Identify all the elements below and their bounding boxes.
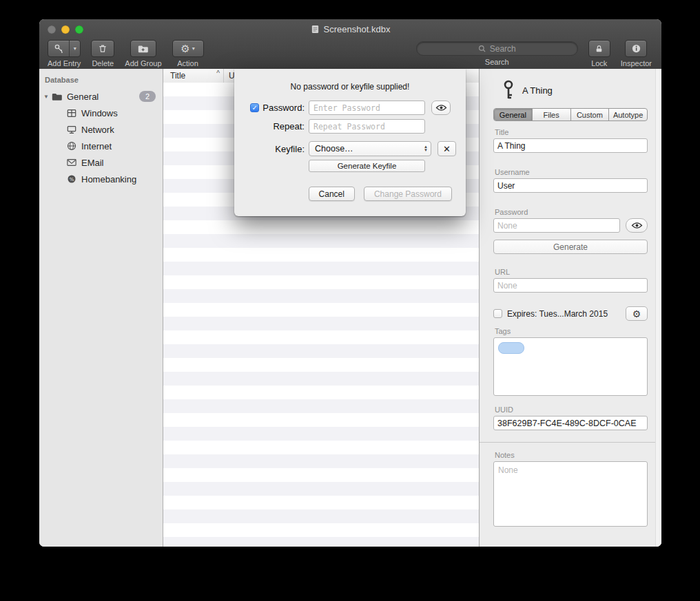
key-plus-icon bbox=[48, 41, 69, 56]
popup-stepper-icon: ▲▼ bbox=[424, 145, 428, 152]
password-field[interactable] bbox=[493, 218, 620, 233]
expires-settings-button[interactable]: ⚙ bbox=[626, 306, 648, 321]
generate-keyfile-button[interactable]: Generate Keyfile bbox=[309, 160, 425, 172]
notes-field[interactable] bbox=[493, 461, 648, 527]
minimize-button[interactable] bbox=[61, 25, 70, 34]
zoom-button[interactable] bbox=[75, 25, 83, 34]
document-icon bbox=[311, 25, 320, 34]
delete-label: Delete bbox=[92, 59, 114, 67]
eye-icon bbox=[631, 222, 643, 229]
keyfile-select[interactable]: Choose… ▲▼ bbox=[309, 141, 431, 156]
search-icon bbox=[478, 45, 486, 53]
entry-count-badge: 2 bbox=[139, 91, 156, 102]
sidebar-item-windows[interactable]: Windows bbox=[39, 105, 163, 121]
dialog-repeat-field[interactable] bbox=[309, 119, 425, 134]
dialog-keyfile-label: Keyfile: bbox=[275, 144, 305, 154]
expires-row: Expires: Tues...March 2015 ⚙ bbox=[493, 306, 648, 321]
add-group-button[interactable] bbox=[130, 40, 156, 57]
sidebar-item-internet[interactable]: Internet bbox=[39, 138, 163, 154]
sidebar-item-label: Windows bbox=[81, 108, 118, 118]
sidebar: Database ▼ General 2 Windows bbox=[39, 69, 163, 547]
close-button[interactable] bbox=[48, 25, 56, 34]
tool-action: ⚙ ▾ Action bbox=[172, 40, 204, 67]
url-label: URL bbox=[495, 268, 648, 276]
dialog-password-label: Password: bbox=[262, 103, 305, 113]
globe-icon bbox=[66, 140, 77, 151]
sidebar-item-email[interactable]: EMail bbox=[39, 154, 163, 171]
expires-label: Expires: Tues...March 2015 bbox=[507, 309, 621, 319]
username-label: Username bbox=[495, 168, 648, 176]
reveal-password-button[interactable] bbox=[626, 218, 648, 233]
lock-icon bbox=[595, 44, 604, 54]
toolbar: ▾ Add Entry Delete Add Group bbox=[39, 39, 661, 69]
tags-field[interactable] bbox=[493, 337, 648, 396]
folder-plus-icon bbox=[138, 44, 149, 54]
clear-keyfile-button[interactable]: ✕ bbox=[438, 141, 456, 156]
entry-title: A Thing bbox=[522, 85, 553, 96]
add-entry-label: Add Entry bbox=[48, 59, 81, 67]
tab-autotype[interactable]: Autotype bbox=[609, 109, 647, 120]
title-field[interactable] bbox=[493, 138, 648, 153]
tab-files[interactable]: Files bbox=[533, 109, 571, 120]
add-entry-button[interactable]: ▾ bbox=[48, 40, 81, 57]
svg-text:%: % bbox=[70, 177, 74, 182]
sort-ascending-icon: ^ bbox=[216, 70, 220, 77]
dialog-password-field[interactable] bbox=[309, 101, 425, 115]
inspector-scrollbar[interactable] bbox=[655, 69, 661, 547]
cancel-button[interactable]: Cancel bbox=[309, 187, 355, 201]
uuid-field[interactable] bbox=[493, 416, 648, 430]
username-field[interactable] bbox=[493, 178, 648, 193]
inspector-button[interactable] bbox=[625, 40, 647, 57]
search-label: Search bbox=[485, 58, 509, 66]
delete-button[interactable] bbox=[91, 40, 114, 57]
sidebar-section-header: Database bbox=[39, 74, 163, 88]
desktop-background: Screenshot.kdbx ▾ Add Entry bbox=[0, 0, 700, 601]
gear-icon: ⚙ bbox=[181, 43, 189, 54]
divider bbox=[480, 442, 661, 443]
gear-icon: ⚙ bbox=[632, 309, 641, 319]
column-header-title[interactable]: Title ^ bbox=[163, 69, 224, 83]
trash-icon bbox=[98, 43, 107, 54]
coin-icon: % bbox=[66, 173, 77, 184]
inspector-panel: A Thing General Files Custom Autotype Ti… bbox=[479, 69, 661, 547]
lock-button[interactable] bbox=[588, 40, 610, 57]
dialog-reveal-password-button[interactable] bbox=[431, 101, 451, 115]
action-button[interactable]: ⚙ ▾ bbox=[172, 40, 204, 57]
password-checkbox[interactable]: ✓ bbox=[250, 103, 259, 112]
search-placeholder: Search bbox=[490, 44, 516, 54]
change-password-button[interactable]: Change Password bbox=[364, 187, 452, 201]
sidebar-item-label: Internet bbox=[81, 141, 112, 151]
add-group-label: Add Group bbox=[125, 59, 161, 67]
sidebar-item-network[interactable]: Network bbox=[39, 121, 163, 138]
search-input[interactable]: Search bbox=[416, 41, 578, 56]
column-title-label: Title bbox=[170, 71, 185, 81]
entry-header: A Thing bbox=[502, 78, 648, 102]
titlebar[interactable]: Screenshot.kdbx bbox=[39, 19, 661, 39]
inspector-tabs: General Files Custom Autotype bbox=[493, 108, 648, 121]
traffic-lights bbox=[48, 25, 83, 34]
action-label: Action bbox=[177, 59, 198, 67]
generate-password-button[interactable]: Generate bbox=[493, 240, 648, 254]
url-field[interactable] bbox=[493, 278, 648, 293]
disclosure-triangle-icon[interactable]: ▼ bbox=[43, 94, 52, 100]
sidebar-item-homebanking[interactable]: % Homebanking bbox=[39, 171, 163, 187]
password-label: Password bbox=[495, 208, 648, 216]
tag-token[interactable] bbox=[498, 342, 524, 354]
add-entry-dropdown[interactable]: ▾ bbox=[69, 41, 80, 56]
tab-custom[interactable]: Custom bbox=[571, 109, 610, 120]
tab-general[interactable]: General bbox=[494, 109, 533, 120]
tool-lock: Lock bbox=[588, 40, 610, 67]
folder-icon bbox=[52, 91, 63, 102]
tool-delete: Delete bbox=[91, 40, 114, 67]
tool-search: Search Search bbox=[416, 40, 578, 66]
expires-checkbox[interactable] bbox=[493, 309, 502, 318]
change-password-dialog: No password or keyfile supplied! ✓ Passw… bbox=[234, 69, 466, 216]
uuid-label: UUID bbox=[495, 405, 648, 414]
chevron-down-icon: ▾ bbox=[192, 45, 195, 52]
notes-label: Notes bbox=[495, 451, 648, 459]
tags-label: Tags bbox=[495, 327, 648, 335]
inspector-label: Inspector bbox=[621, 59, 652, 67]
sidebar-item-general[interactable]: ▼ General 2 bbox=[39, 88, 163, 105]
network-icon bbox=[66, 124, 77, 135]
sidebar-item-label: EMail bbox=[81, 158, 104, 168]
